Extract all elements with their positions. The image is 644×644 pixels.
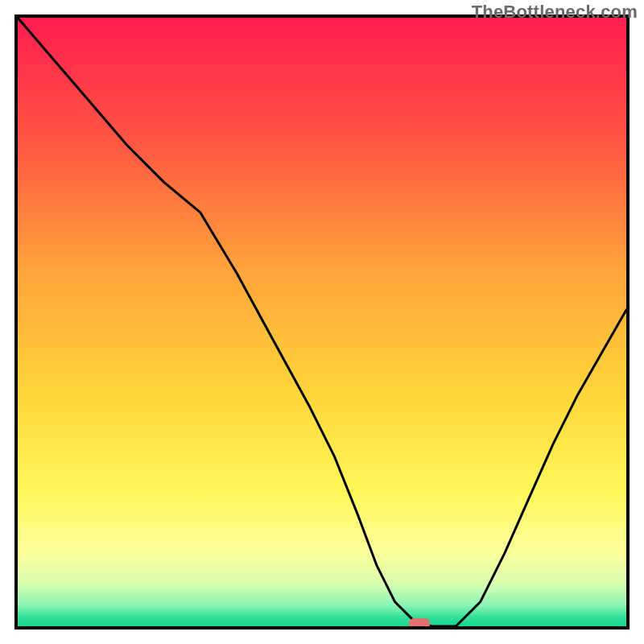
bottleneck-chart: TheBottleneck.com <box>0 0 644 644</box>
watermark-label: TheBottleneck.com <box>472 2 638 23</box>
gradient-background <box>18 18 626 626</box>
plot-area <box>18 18 626 630</box>
chart-svg <box>0 0 644 644</box>
